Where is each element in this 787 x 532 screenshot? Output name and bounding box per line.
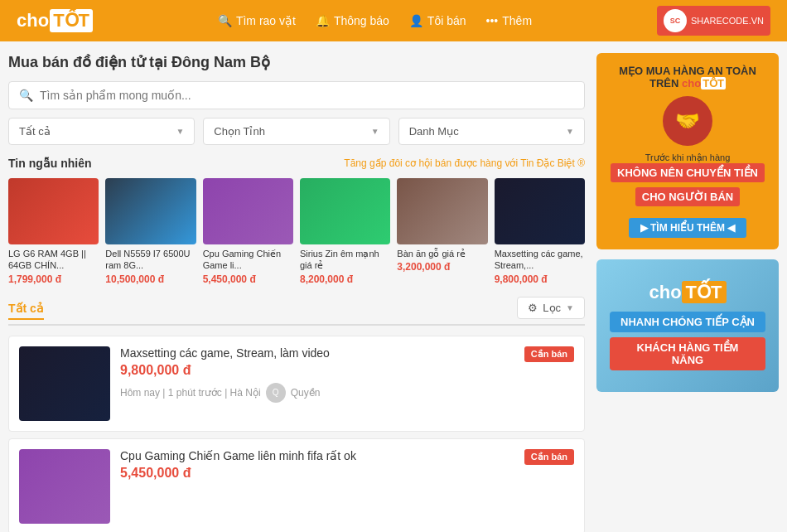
ad-hands-img: 🤝 [663, 96, 712, 146]
product-list-title-2: Cpu Gaming Chiến Game liên minh fifa rất… [120, 449, 574, 462]
nav-notify[interactable]: 🔔 Thông báo [316, 14, 389, 27]
featured-img-5 [397, 178, 487, 244]
user-icon: 👤 [409, 14, 423, 27]
product-list-info-1: Maxsetting các game, Stream, làm video 9… [120, 346, 574, 421]
product-meta-text-1: Hôm nay | 1 phút trước | Hà Nội [120, 387, 261, 399]
sidebar: MẸO MUA HÀNG AN TOÀN TRÊN choTỐT 🤝 Trước… [596, 53, 779, 532]
logo-cho: cho [17, 10, 49, 31]
featured-price-2: 10,500,000 đ [105, 273, 196, 285]
ad-yellow: MẸO MUA HÀNG AN TOÀN TRÊN choTỐT 🤝 Trước… [596, 53, 779, 249]
featured-item[interactable]: Maxsetting các game, Stream,... 9,800,00… [495, 178, 585, 285]
product-list-info-2: Cpu Gaming Chiến Game liên minh fifa rất… [120, 449, 574, 524]
featured-section-header: Tin ngẫu nhiên Tăng gấp đôi cơ hội bán đ… [8, 157, 585, 170]
featured-img-4 [300, 178, 390, 244]
ad2-banner-1: NHANH CHÓNG TIẾP CẬN [610, 312, 765, 332]
featured-promo[interactable]: Tăng gấp đôi cơ hội bán được hàng với Ti… [344, 157, 585, 169]
product-list-img-2 [19, 449, 110, 524]
product-list-meta-1: Hôm nay | 1 phút trước | Hà Nội Q Quyền [120, 383, 574, 403]
nav-notify-label: Thông báo [334, 14, 389, 27]
featured-name-3: Cpu Gaming Chiến Game li... [203, 248, 293, 272]
featured-item[interactable]: Dell N5559 I7 6500U ram 8G... 10,500,000… [105, 178, 196, 285]
ad-body: Trước khi nhận hàng [608, 152, 767, 163]
nav-profile[interactable]: 👤 Tôi bán [409, 14, 466, 27]
nav-more-label: Thêm [502, 14, 532, 27]
header: choTỐT 🔍 Tìm rao vặt 🔔 Thông báo 👤 Tôi b… [0, 0, 787, 41]
ad2-logo: choTỐT [649, 282, 726, 303]
featured-item[interactable]: Cpu Gaming Chiến Game li... 5,450,000 đ [203, 178, 293, 285]
page-title: Mua bán đồ điện tử tại Đông Nam Bộ [8, 53, 585, 71]
filter-icon: ⚙ [528, 302, 538, 314]
ad-title: MẸO MUA HÀNG AN TOÀN TRÊN choTỐT [608, 65, 767, 89]
chevron-down-icon: ▼ [176, 127, 184, 136]
ad-logo: choTỐT [682, 77, 726, 89]
more-icon: ••• [486, 14, 499, 27]
featured-item[interactable]: Bàn ăn gỗ giá rẻ 3,200,000 đ [397, 178, 487, 285]
filter-button[interactable]: ⚙ Lọc ▼ [517, 297, 585, 319]
product-list-item[interactable]: Cpu Gaming Chiến Game liên minh fifa rất… [8, 438, 585, 532]
product-list-price-2: 5,450,000 đ [120, 466, 574, 481]
badge-can-ban-2: Cần bán [524, 449, 574, 465]
featured-img-2 [105, 178, 196, 244]
featured-img-6 [495, 178, 585, 244]
featured-item[interactable]: Sirius Zin êm mạnh giá rẻ 8,200,000 đ [300, 178, 390, 285]
sharecode-logo: SC [664, 9, 687, 32]
nav-profile-label: Tôi bán [427, 14, 466, 27]
logo-tot: TỐT [50, 9, 93, 32]
featured-title: Tin ngẫu nhiên [8, 157, 92, 170]
nav-more[interactable]: ••• Thêm [486, 14, 533, 27]
featured-name-4: Sirius Zin êm mạnh giá rẻ [300, 248, 390, 272]
filter-province[interactable]: Chọn Tỉnh ▼ [203, 118, 389, 145]
featured-img-1 [8, 178, 99, 244]
product-list-title-1: Maxsetting các game, Stream, làm video [120, 346, 574, 360]
featured-item[interactable]: LG G6 RAM 4GB || 64GB CHÍN... 1,799,000 … [8, 178, 99, 285]
filter-category-label: Danh Mục [409, 125, 459, 138]
featured-img-3 [203, 178, 293, 244]
search-icon: 🔍 [19, 89, 33, 102]
filter-all[interactable]: Tất cả ▼ [8, 118, 195, 145]
list-tab[interactable]: Tất cả [8, 302, 44, 320]
featured-name-2: Dell N5559 I7 6500U ram 8G... [105, 248, 196, 272]
chevron-down-icon: ▼ [371, 127, 379, 136]
sidebar-ad-1: MẸO MUA HÀNG AN TOÀN TRÊN choTỐT 🤝 Trước… [596, 53, 779, 249]
featured-name-1: LG G6 RAM 4GB || 64GB CHÍN... [8, 248, 99, 272]
chevron-down-icon: ▼ [566, 127, 574, 136]
logo[interactable]: choTỐT [17, 9, 93, 32]
featured-price-5: 3,200,000 đ [397, 261, 487, 273]
featured-grid: LG G6 RAM 4GB || 64GB CHÍN... 1,799,000 … [8, 178, 585, 285]
badge-can-ban-1: Cần bán [524, 346, 574, 362]
product-list-img-1 [19, 346, 110, 421]
product-list-item[interactable]: Maxsetting các game, Stream, làm video 9… [8, 336, 585, 432]
filter-category[interactable]: Danh Mục ▼ [398, 118, 585, 145]
featured-price-4: 8,200,000 đ [300, 273, 390, 285]
featured-price-6: 9,800,000 đ [495, 273, 585, 285]
list-section-header: Tất cả ⚙ Lọc ▼ [8, 297, 585, 326]
featured-name-5: Bàn ăn gỗ giá rẻ [397, 248, 487, 259]
filter-all-label: Tất cả [19, 125, 51, 138]
filter-province-label: Chọn Tỉnh [214, 125, 265, 138]
nav-search[interactable]: 🔍 Tìm rao vặt [218, 14, 296, 27]
featured-price-1: 1,799,000 đ [8, 273, 99, 285]
featured-name-6: Maxsetting các game, Stream,... [495, 248, 585, 272]
filter-btn-label: Lọc [543, 302, 561, 314]
search-nav-icon: 🔍 [218, 14, 232, 27]
search-input[interactable] [40, 89, 574, 102]
ad-learn-more-button[interactable]: ▶ TÌM HIỂU THÊM ◀ [629, 218, 747, 238]
featured-price-3: 5,450,000 đ [203, 273, 293, 285]
seller-name-1: Quyền [291, 387, 321, 399]
sidebar-ad-2: choTỐT NHANH CHÓNG TIẾP CẬN KHÁCH HÀNG T… [596, 259, 779, 392]
ad2-banner-2: KHÁCH HÀNG TIỀM NĂNG [610, 337, 765, 370]
filter-row: Tất cả ▼ Chọn Tỉnh ▼ Danh Mục ▼ [8, 118, 585, 145]
sharecode-label: SHARECODE.VN [691, 16, 764, 26]
bell-icon: 🔔 [316, 14, 330, 27]
search-bar: 🔍 [8, 81, 585, 109]
ad-blue: choTỐT NHANH CHÓNG TIẾP CẬN KHÁCH HÀNG T… [596, 259, 779, 392]
header-right: SC SHARECODE.VN [657, 6, 770, 36]
ad-highlight-2: CHO NGƯỜI BÁN [635, 187, 740, 206]
seller-avatar-1: Q [266, 383, 286, 403]
sharecode-badge[interactable]: SC SHARECODE.VN [657, 6, 770, 36]
header-nav: 🔍 Tìm rao vặt 🔔 Thông báo 👤 Tôi bán ••• … [218, 14, 532, 27]
nav-search-label: Tìm rao vặt [236, 14, 296, 27]
main-container: Mua bán đồ điện tử tại Đông Nam Bộ 🔍 Tất… [0, 41, 787, 532]
ad-highlight-1: KHÔNG NÊN CHUYỂN TIỀN [611, 163, 765, 182]
content-area: Mua bán đồ điện tử tại Đông Nam Bộ 🔍 Tất… [8, 53, 585, 532]
